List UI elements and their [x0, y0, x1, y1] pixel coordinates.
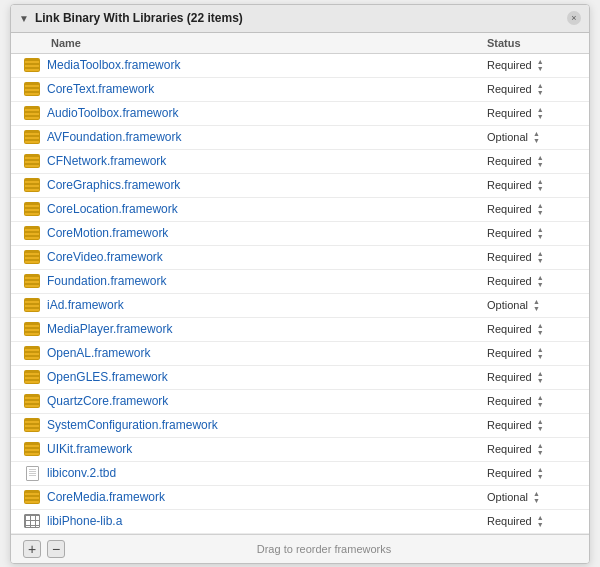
status-text: Required — [487, 83, 532, 95]
status-stepper[interactable]: ▲ ▼ — [537, 178, 544, 192]
stepper-up-icon[interactable]: ▲ — [537, 274, 544, 281]
status-stepper[interactable]: ▲ ▼ — [537, 82, 544, 96]
stepper-up-icon[interactable]: ▲ — [537, 250, 544, 257]
table-row[interactable]: CoreVideo.framework Required ▲ ▼ — [11, 246, 589, 270]
stepper-down-icon[interactable]: ▼ — [537, 65, 544, 72]
stepper-up-icon[interactable]: ▲ — [533, 298, 540, 305]
stepper-down-icon[interactable]: ▼ — [533, 305, 540, 312]
stepper-down-icon[interactable]: ▼ — [533, 137, 540, 144]
stepper-up-icon[interactable]: ▲ — [537, 322, 544, 329]
stepper-down-icon[interactable]: ▼ — [537, 89, 544, 96]
stepper-down-icon[interactable]: ▼ — [533, 497, 540, 504]
stepper-up-icon[interactable]: ▲ — [537, 82, 544, 89]
stepper-up-icon[interactable]: ▲ — [537, 370, 544, 377]
stepper-down-icon[interactable]: ▼ — [537, 329, 544, 336]
status-stepper[interactable]: ▲ ▼ — [537, 346, 544, 360]
framework-icon — [24, 394, 40, 408]
stepper-up-icon[interactable]: ▲ — [537, 178, 544, 185]
add-button[interactable]: + — [23, 540, 41, 558]
table-row[interactable]: CoreMedia.framework Optional ▲ ▼ — [11, 486, 589, 510]
table-row[interactable]: CFNetwork.framework Required ▲ ▼ — [11, 150, 589, 174]
table-row[interactable]: MediaToolbox.framework Required ▲ ▼ — [11, 54, 589, 78]
table-row[interactable]: AudioToolbox.framework Required ▲ ▼ — [11, 102, 589, 126]
status-stepper[interactable]: ▲ ▼ — [533, 490, 540, 504]
framework-icon — [24, 370, 40, 384]
stepper-down-icon[interactable]: ▼ — [537, 281, 544, 288]
stepper-down-icon[interactable]: ▼ — [537, 449, 544, 456]
stepper-up-icon[interactable]: ▲ — [533, 130, 540, 137]
item-icon-wrapper — [23, 513, 41, 529]
stepper-down-icon[interactable]: ▼ — [537, 257, 544, 264]
status-stepper[interactable]: ▲ ▼ — [537, 202, 544, 216]
table-row[interactable]: QuartzCore.framework Required ▲ ▼ — [11, 390, 589, 414]
table-row[interactable]: OpenAL.framework Required ▲ ▼ — [11, 342, 589, 366]
stepper-down-icon[interactable]: ▼ — [537, 377, 544, 384]
stepper-up-icon[interactable]: ▲ — [537, 466, 544, 473]
item-name: AudioToolbox.framework — [47, 106, 178, 120]
table-row[interactable]: Foundation.framework Required ▲ ▼ — [11, 270, 589, 294]
status-stepper[interactable]: ▲ ▼ — [537, 226, 544, 240]
stepper-up-icon[interactable]: ▲ — [537, 106, 544, 113]
table-row[interactable]: SystemConfiguration.framework Required ▲… — [11, 414, 589, 438]
stepper-up-icon[interactable]: ▲ — [537, 346, 544, 353]
stepper-up-icon[interactable]: ▲ — [537, 154, 544, 161]
item-icon-wrapper — [23, 393, 41, 409]
stepper-down-icon[interactable]: ▼ — [537, 161, 544, 168]
stepper-down-icon[interactable]: ▼ — [537, 353, 544, 360]
status-stepper[interactable]: ▲ ▼ — [537, 442, 544, 456]
status-stepper[interactable]: ▲ ▼ — [537, 58, 544, 72]
close-button[interactable]: × — [567, 11, 581, 25]
collapse-chevron[interactable]: ▼ — [19, 13, 29, 24]
table-row[interactable]: iAd.framework Optional ▲ ▼ — [11, 294, 589, 318]
item-left: OpenGLES.framework — [23, 369, 168, 385]
remove-button[interactable]: − — [47, 540, 65, 558]
stepper-down-icon[interactable]: ▼ — [537, 113, 544, 120]
stepper-down-icon[interactable]: ▼ — [537, 425, 544, 432]
table-row[interactable]: libiconv.2.tbd Required ▲ ▼ — [11, 462, 589, 486]
stepper-down-icon[interactable]: ▼ — [537, 209, 544, 216]
table-row[interactable]: CoreGraphics.framework Required ▲ ▼ — [11, 174, 589, 198]
status-text: Required — [487, 443, 532, 455]
status-stepper[interactable]: ▲ ▼ — [537, 106, 544, 120]
stepper-down-icon[interactable]: ▼ — [537, 401, 544, 408]
table-row[interactable]: UIKit.framework Required ▲ ▼ — [11, 438, 589, 462]
stepper-up-icon[interactable]: ▲ — [533, 490, 540, 497]
status-stepper[interactable]: ▲ ▼ — [537, 322, 544, 336]
table-row[interactable]: OpenGLES.framework Required ▲ ▼ — [11, 366, 589, 390]
item-name: OpenAL.framework — [47, 346, 150, 360]
status-stepper[interactable]: ▲ ▼ — [537, 274, 544, 288]
table-row[interactable]: MediaPlayer.framework Required ▲ ▼ — [11, 318, 589, 342]
status-stepper[interactable]: ▲ ▼ — [537, 250, 544, 264]
table-row[interactable]: libiPhone-lib.a Required ▲ ▼ — [11, 510, 589, 534]
framework-icon — [24, 58, 40, 72]
stepper-up-icon[interactable]: ▲ — [537, 226, 544, 233]
item-status: Required ▲ ▼ — [487, 202, 577, 216]
stepper-down-icon[interactable]: ▼ — [537, 473, 544, 480]
status-stepper[interactable]: ▲ ▼ — [537, 370, 544, 384]
table-row[interactable]: CoreMotion.framework Required ▲ ▼ — [11, 222, 589, 246]
status-stepper[interactable]: ▲ ▼ — [537, 514, 544, 528]
status-stepper[interactable]: ▲ ▼ — [537, 418, 544, 432]
status-stepper[interactable]: ▲ ▼ — [533, 130, 540, 144]
stepper-down-icon[interactable]: ▼ — [537, 185, 544, 192]
status-text: Required — [487, 203, 532, 215]
status-stepper[interactable]: ▲ ▼ — [537, 154, 544, 168]
stepper-up-icon[interactable]: ▲ — [537, 418, 544, 425]
status-stepper[interactable]: ▲ ▼ — [537, 466, 544, 480]
stepper-up-icon[interactable]: ▲ — [537, 442, 544, 449]
table-row[interactable]: CoreText.framework Required ▲ ▼ — [11, 78, 589, 102]
table-row[interactable]: CoreLocation.framework Required ▲ ▼ — [11, 198, 589, 222]
item-icon-wrapper — [23, 465, 41, 481]
status-stepper[interactable]: ▲ ▼ — [537, 394, 544, 408]
stepper-down-icon[interactable]: ▼ — [537, 233, 544, 240]
item-left: OpenAL.framework — [23, 345, 150, 361]
stepper-up-icon[interactable]: ▲ — [537, 514, 544, 521]
status-stepper[interactable]: ▲ ▼ — [533, 298, 540, 312]
item-status: Required ▲ ▼ — [487, 466, 577, 480]
stepper-up-icon[interactable]: ▲ — [537, 202, 544, 209]
item-icon-wrapper — [23, 417, 41, 433]
table-row[interactable]: AVFoundation.framework Optional ▲ ▼ — [11, 126, 589, 150]
stepper-down-icon[interactable]: ▼ — [537, 521, 544, 528]
stepper-up-icon[interactable]: ▲ — [537, 394, 544, 401]
stepper-up-icon[interactable]: ▲ — [537, 58, 544, 65]
